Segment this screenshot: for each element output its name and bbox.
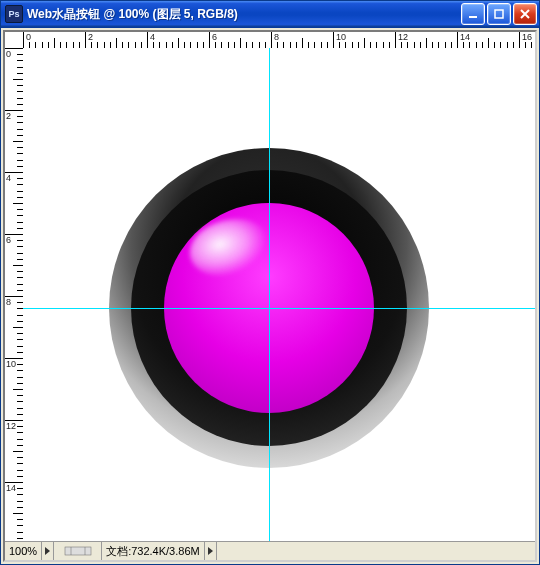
magenta-sphere — [164, 203, 374, 413]
ruler-v-label: 10 — [6, 359, 16, 369]
zoom-menu-button[interactable] — [42, 542, 54, 560]
ruler-h-label: 4 — [150, 32, 155, 42]
chevron-right-icon — [208, 547, 213, 555]
ruler-v-label: 0 — [6, 49, 11, 59]
ruler-h-label: 10 — [336, 32, 346, 42]
ruler-h-label: 2 — [88, 32, 93, 42]
ruler-origin-box[interactable] — [5, 32, 24, 49]
maximize-icon — [493, 8, 505, 20]
ruler-vertical[interactable]: 0246810121416 — [5, 48, 24, 542]
ruler-v-label: 12 — [6, 421, 16, 431]
ruler-h-label: 12 — [398, 32, 408, 42]
maximize-button[interactable] — [487, 3, 511, 25]
window-title: Web水晶按钮 @ 100% (图层 5, RGB/8) — [27, 6, 461, 23]
ruler-horizontal[interactable]: 0246810121416 — [23, 32, 535, 49]
ruler-v-label: 6 — [6, 235, 11, 245]
close-icon — [519, 8, 531, 20]
workspace: 0246810121416 0246810121416 100% — [3, 30, 537, 562]
crystal-button-graphic — [109, 148, 429, 468]
minimize-icon — [467, 8, 479, 20]
titlebar[interactable]: Ps Web水晶按钮 @ 100% (图层 5, RGB/8) — [1, 1, 539, 28]
doc-info-icon-button[interactable] — [54, 542, 102, 560]
ruler-h-label: 8 — [274, 32, 279, 42]
statusbar: 100% 文档: 732.4K/3.86M — [5, 541, 535, 560]
doc-info-label: 文档: — [106, 544, 131, 559]
svg-rect-3 — [65, 547, 91, 555]
statusbar-spacer — [217, 542, 535, 560]
svg-rect-0 — [469, 16, 477, 18]
canvas[interactable] — [23, 48, 535, 542]
chevron-right-icon — [45, 547, 50, 555]
ruler-v-label: 8 — [6, 297, 11, 307]
close-button[interactable] — [513, 3, 537, 25]
ruler-h-label: 0 — [26, 32, 31, 42]
svg-rect-1 — [495, 10, 503, 18]
doc-info[interactable]: 文档: 732.4K/3.86M — [102, 542, 205, 560]
ruler-h-label: 16 — [522, 32, 532, 42]
doc-info-size: 732.4K/3.86M — [131, 545, 200, 557]
ruler-v-label: 2 — [6, 111, 11, 121]
window-controls — [461, 3, 537, 25]
ruler-v-label: 14 — [6, 483, 16, 493]
minimize-button[interactable] — [461, 3, 485, 25]
doc-info-menu-button[interactable] — [205, 542, 217, 560]
doc-icon — [63, 545, 93, 557]
ruler-h-label: 14 — [460, 32, 470, 42]
ruler-v-label: 4 — [6, 173, 11, 183]
app-icon: Ps — [5, 5, 23, 23]
app-window: Ps Web水晶按钮 @ 100% (图层 5, RGB/8) 02468101… — [0, 0, 540, 565]
zoom-level[interactable]: 100% — [5, 542, 42, 560]
ruler-h-label: 6 — [212, 32, 217, 42]
